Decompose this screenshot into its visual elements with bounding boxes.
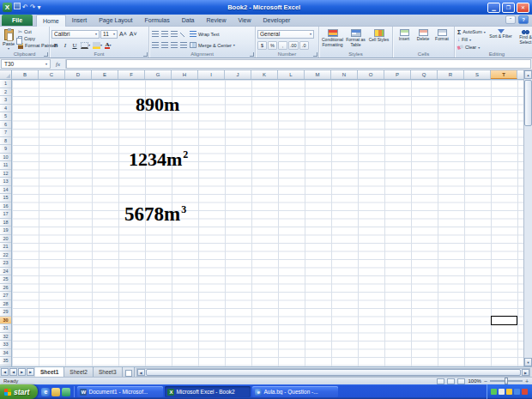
accounting-format-button[interactable]: $ [257,41,267,50]
borders-button[interactable]: ▾ [80,41,91,50]
ribbon-tab-home[interactable]: Home [36,15,66,27]
row-header-15[interactable]: 15 [0,194,11,203]
align-bottom-button[interactable] [170,30,178,39]
number-dialog-launcher[interactable] [313,52,317,57]
scroll-down-icon[interactable]: ▼ [524,358,532,366]
italic-button[interactable]: I [61,41,70,50]
row-header-31[interactable]: 31 [0,324,11,333]
taskbar-window-1[interactable]: WDocument1 - Microsof... [77,386,163,397]
last-sheet-icon[interactable]: ▶ [27,368,34,376]
maximize-button[interactable]: ❐ [502,3,515,13]
decrease-indent-button[interactable] [179,41,188,50]
align-right-button[interactable] [170,41,178,50]
row-header-22[interactable]: 22 [0,251,11,260]
sheet-tab-sheet3[interactable]: Sheet3 [94,367,123,378]
font-dialog-launcher[interactable] [143,52,148,57]
insert-worksheet-button[interactable] [123,367,135,378]
ribbon-tab-view[interactable]: View [232,15,257,26]
row-header-5[interactable]: 5 [0,112,11,121]
start-button[interactable]: start [0,384,38,399]
row-header-29[interactable]: 29 [0,308,11,317]
column-header-k[interactable]: K [251,70,278,79]
column-header-q[interactable]: Q [411,70,438,79]
cell-styles-button[interactable]: Cell Styles [367,28,390,47]
comma-style-button[interactable]: , [278,41,287,50]
row-header-33[interactable]: 33 [0,341,11,349]
ribbon-tab-formulas[interactable]: Formulas [139,15,176,26]
column-header-c[interactable]: C [39,70,65,79]
row-header-19[interactable]: 19 [0,227,11,235]
row-header-26[interactable]: 26 [0,284,11,293]
row-header-12[interactable]: 12 [0,170,11,178]
help-icon[interactable]: ? [518,15,529,24]
selection-box[interactable] [491,316,517,325]
align-center-button[interactable] [160,41,169,50]
row-header-8[interactable]: 8 [0,137,11,146]
row-header-35[interactable]: 35 [0,357,11,366]
scroll-left-icon[interactable]: ◀ [137,369,145,376]
row-header-13[interactable]: 13 [0,178,11,186]
tray-icon-1[interactable] [491,389,497,395]
zoom-out-icon[interactable]: − [484,378,487,384]
tray-icon-2[interactable] [499,389,505,395]
clear-button[interactable]: Clear▾ [456,44,487,51]
column-header-h[interactable]: H [172,70,198,79]
row-header-24[interactable]: 24 [0,268,11,276]
close-button[interactable]: ✕ [517,3,529,13]
shrink-font-button[interactable]: A˅ [129,30,138,39]
name-box[interactable]: T30▾ [1,59,51,69]
column-header-p[interactable]: P [384,70,411,79]
bold-button[interactable]: B [51,41,60,50]
paste-button[interactable]: Paste ▾ [2,28,15,51]
row-header-7[interactable]: 7 [0,129,11,137]
first-sheet-icon[interactable]: ◀ [1,368,9,376]
quick-launch-icon-3[interactable] [62,388,70,396]
row-header-11[interactable]: 11 [0,161,11,170]
ribbon-tab-page-layout[interactable]: Page Layout [93,15,138,26]
row-header-23[interactable]: 23 [0,259,11,268]
orientation-button[interactable] [179,30,188,39]
row-header-30[interactable]: 30 [0,317,11,325]
font-color-button[interactable]: A▾ [104,41,112,50]
autosum-button[interactable]: ΣAutoSum▾ [456,28,487,35]
formula-input[interactable] [66,59,531,69]
column-header-m[interactable]: M [305,70,331,79]
column-header-l[interactable]: L [278,70,305,79]
row-header-25[interactable]: 25 [0,275,11,284]
fill-button[interactable]: ↓Fill▾ [456,36,487,43]
number-format-select[interactable]: General▾ [257,30,314,39]
format-cells-button[interactable]: Format [432,28,451,42]
row-header-3[interactable]: 3 [0,96,11,105]
column-header-i[interactable]: I [198,70,225,79]
horizontal-scrollbar[interactable]: ◀ ▶ [136,368,530,377]
column-header-s[interactable]: S [464,70,491,79]
column-header-o[interactable]: O [358,70,384,79]
row-header-28[interactable]: 28 [0,300,11,309]
cells-area[interactable]: 890m1234m25678m3 [12,80,523,366]
zoom-slider[interactable] [490,380,523,382]
column-header-t[interactable]: T [491,70,517,79]
delete-cells-button[interactable]: Delete [414,28,432,42]
quick-launch-icon-1[interactable]: e [41,388,50,396]
column-header-n[interactable]: N [331,70,358,79]
tray-icon-5[interactable] [522,389,528,395]
fill-color-button[interactable]: ▾ [92,41,103,50]
row-header-27[interactable]: 27 [0,292,11,300]
taskbar-window-3[interactable]: eAula.bg - Question -... [252,386,338,397]
row-header-32[interactable]: 32 [0,333,11,342]
minimize-button[interactable]: ▁ [487,3,500,13]
row-header-4[interactable]: 4 [0,105,11,113]
sort-filter-button[interactable]: Sort & Filter [489,28,512,51]
find-select-button[interactable]: Find & Select [514,28,532,51]
font-size-select[interactable]: 11▾ [100,30,118,39]
decrease-decimal-button[interactable]: .0 [299,41,309,50]
row-header-34[interactable]: 34 [0,349,11,358]
row-header-9[interactable]: 9 [0,145,11,154]
undo-icon[interactable]: ↶ [22,3,28,12]
sheet-tab-sheet2[interactable]: Sheet2 [64,367,94,378]
alignment-dialog-launcher[interactable] [250,52,254,57]
align-top-button[interactable] [151,30,160,39]
zoom-level[interactable]: 100% [468,378,481,384]
minimize-ribbon-icon[interactable]: ˆ [505,15,516,24]
redo-icon[interactable]: ↷ [30,3,36,12]
